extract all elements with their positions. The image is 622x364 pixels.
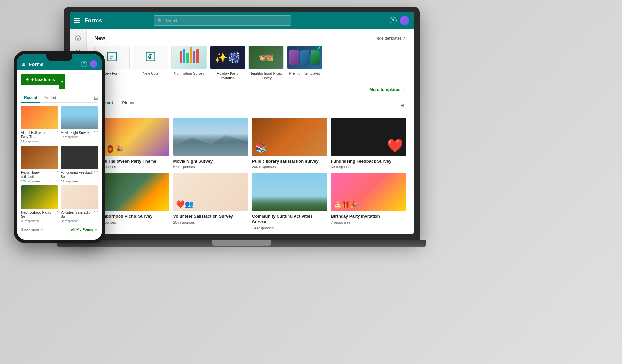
phone-card-halloween[interactable]: Virtual Halloween Party Th... 29 respons…	[21, 106, 58, 143]
phone-tab-recent[interactable]: Recent	[21, 94, 40, 103]
phone-volunteer-responses: 28 responses	[61, 219, 94, 223]
new-section-header: New Hide templates ∧	[94, 35, 406, 41]
laptop-header: Forms 🔍 ?	[70, 12, 414, 29]
fundraising-card-responses: 39 responses	[331, 165, 406, 169]
phone-movie-image	[61, 106, 98, 129]
help-button[interactable]: ?	[390, 17, 397, 24]
phone-movie-responses: 67 responses	[61, 135, 89, 139]
phone-halloween-responses: 29 responses	[21, 140, 54, 143]
sidebar-item-home[interactable]	[72, 32, 84, 44]
hamburger-button[interactable]	[74, 18, 80, 23]
picnic-card-responses: 35 responses	[94, 220, 169, 224]
fundraising-card-title: Fundraising Feedback Survey	[331, 159, 406, 164]
recent-card-fundraising[interactable]: Fundraising Feedback Survey 39 responses	[331, 118, 406, 169]
pencils-decoration	[175, 49, 203, 66]
templates-grid: New Form	[94, 46, 406, 81]
volunteer-card-responses: 28 responses	[173, 220, 248, 224]
phone-card-picnic[interactable]: Neighborhood Picnic Sur... 35 responses …	[21, 185, 58, 223]
header-right: ?	[390, 16, 409, 25]
phone-volunteer-image	[61, 185, 98, 209]
new-forms-dropdown-button[interactable]: ▾	[59, 74, 65, 89]
picnic-template-image: 🧺🍉	[248, 46, 284, 69]
halloween-card-image	[94, 118, 169, 156]
phone-card-volunteer[interactable]: Volunteer Satisfaction Sur... 28 respons…	[61, 185, 98, 223]
new-forms-button-group: ＋ + New forms ▾	[21, 74, 98, 89]
new-quiz-label: New Quiz	[133, 71, 168, 76]
new-forms-button[interactable]: ＋ + New forms	[21, 74, 59, 85]
avatar[interactable]	[400, 16, 409, 25]
nomination-card[interactable]: Nomination Survey	[171, 46, 207, 81]
phone-volunteer-more[interactable]: ⋯	[94, 209, 98, 214]
phone-halloween-image	[21, 106, 58, 129]
new-quiz-card[interactable]: New Quiz	[133, 46, 168, 81]
phone-notch	[46, 54, 72, 61]
picnic-card-image	[94, 173, 169, 211]
show-more-button[interactable]: Show more ∨	[21, 227, 43, 231]
search-icon: 🔍	[157, 18, 163, 23]
phone-tab-pinned[interactable]: Pinned	[40, 94, 59, 103]
laptop-content: New Hide templates ∧	[70, 29, 414, 234]
library-card-responses: 200 responses	[252, 165, 327, 169]
recent-grid: Virtual Halloween Party Theme 29 respons…	[94, 118, 406, 230]
tab-pinned[interactable]: Pinned	[118, 98, 140, 108]
volunteer-card-title: Volunteer Satisfaction Survey	[173, 214, 248, 219]
holiday-card[interactable]: ✨🎆 Holiday Party Invitation	[210, 46, 245, 81]
library-card-title: Public library satisfaction survey	[252, 159, 327, 164]
phone-library-title: Public library satisfaction ...	[21, 170, 54, 179]
nomination-label: Nomination Survey	[171, 71, 207, 76]
phone-fundraising-image	[61, 146, 98, 169]
phone-fundraising-title: Fundraising Feedback Sur...	[61, 170, 94, 179]
recent-card-birthday[interactable]: Birthday Party Invitation 7 responses	[331, 173, 406, 230]
all-my-forms-link[interactable]: All My Forms →	[71, 228, 98, 231]
search-input[interactable]	[165, 18, 287, 23]
phone-library-more[interactable]: ⋯	[54, 169, 58, 174]
recent-card-library[interactable]: Public library satisfaction survey 200 r…	[252, 118, 327, 169]
recent-card-picnic[interactable]: Neighborhood Picnic Survey 35 responses	[94, 173, 169, 230]
new-section-title: New	[94, 35, 105, 41]
laptop-body: Forms 🔍 ?	[64, 7, 420, 240]
phone-avatar[interactable]	[90, 60, 97, 68]
grid-toggle-button[interactable]: ⊞	[399, 102, 406, 109]
phone: ⊞ Forms ? ＋ + New forms ▾	[14, 51, 105, 243]
phone-grid-icon: ⊞	[22, 61, 25, 67]
more-templates-link[interactable]: More templates →	[369, 87, 406, 92]
phone-movie-title: Movie Night Survey	[61, 131, 89, 135]
phone-grid-toggle[interactable]: ⊞	[94, 95, 98, 101]
phone-logo: Forms	[29, 61, 78, 67]
community-card-responses: 14 responses	[252, 226, 327, 230]
phone-help-button[interactable]: ?	[81, 61, 87, 67]
svg-rect-3	[108, 52, 117, 61]
phone-show-more-row: Show more ∨ All My Forms →	[21, 227, 98, 231]
hide-templates-button[interactable]: Hide templates ∧	[375, 36, 406, 40]
phone-movie-more[interactable]: ⋯	[94, 129, 98, 134]
phone-picnic-more[interactable]: ⋯	[54, 209, 58, 214]
recent-card-movie[interactable]: Movie Night Survey 67 responses	[173, 118, 248, 169]
phone-card-movie[interactable]: Movie Night Survey 67 responses ⋯	[61, 106, 98, 143]
phone-library-responses: 200 responses	[21, 180, 54, 183]
phone-card-library[interactable]: Public library satisfaction ... 200 resp…	[21, 146, 58, 183]
community-card-title: Community Cultural Activities Survey	[252, 214, 327, 225]
new-form-icon	[106, 51, 118, 65]
halloween-card-responses: 29 responses	[94, 165, 169, 169]
recent-card-volunteer[interactable]: Volunteer Satisfaction Survey 28 respons…	[173, 173, 248, 230]
community-card-image	[252, 173, 327, 211]
birthday-card-image	[331, 173, 406, 211]
picnic-template-card[interactable]: 🧺🍉 Neighborhood Picnic Survey	[248, 46, 284, 81]
phone-fundraising-more[interactable]: ⋯	[94, 169, 98, 174]
phone-picnic-title: Neighborhood Picnic Sur...	[21, 210, 54, 219]
laptop-base	[57, 240, 426, 247]
premium-label: Premium templates	[287, 71, 322, 76]
fundraising-card-image	[331, 118, 406, 156]
phone-halloween-more[interactable]: ⋯	[54, 129, 58, 134]
phone-picnic-image	[21, 185, 58, 209]
phone-screen: ⊞ Forms ? ＋ + New forms ▾	[17, 54, 102, 240]
recent-card-community[interactable]: Community Cultural Activities Survey 14 …	[252, 173, 327, 230]
phone-card-fundraising[interactable]: Fundraising Feedback Sur... 39 responses…	[61, 146, 98, 183]
sparkle-decoration: ✨🎆	[215, 51, 241, 64]
laptop: Forms 🔍 ?	[64, 7, 420, 255]
recent-card-halloween[interactable]: Virtual Halloween Party Theme 29 respons…	[94, 118, 169, 169]
search-bar[interactable]: 🔍	[154, 15, 291, 26]
scene: Forms 🔍 ?	[0, 0, 622, 364]
phone-fundraising-responses: 39 responses	[61, 180, 94, 183]
premium-card[interactable]: ✓ Premium templates	[287, 46, 322, 81]
